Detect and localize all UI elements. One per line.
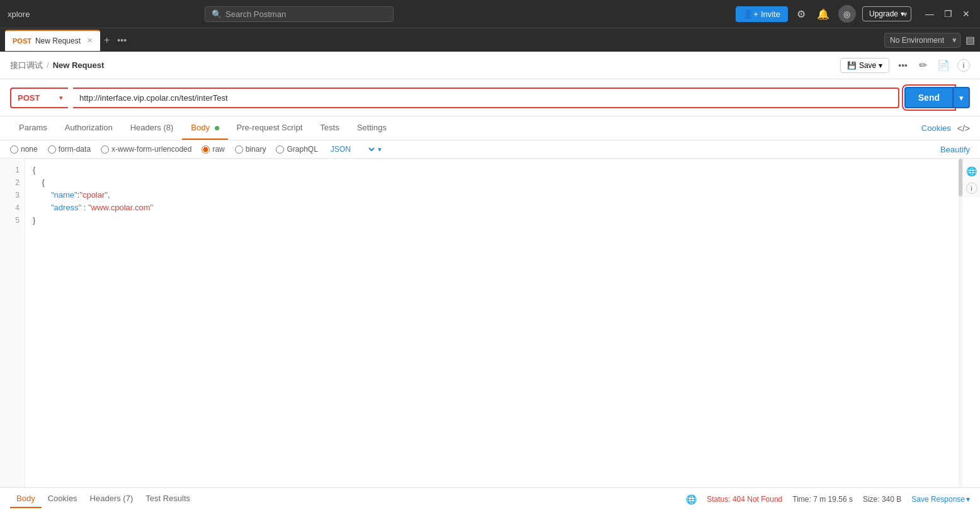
code-line-4: "adress" : "www.cpolar.com"	[33, 201, 972, 214]
body-options: none form-data x-www-form-urlencoded raw…	[0, 140, 980, 159]
tab-body[interactable]: Body	[182, 116, 227, 140]
beautify-button[interactable]: Beautify	[940, 145, 970, 154]
info-icon[interactable]: i	[957, 59, 970, 72]
status-bar-right: 🌐 Status: 404 Not Found Time: 7 m 19.56 …	[686, 494, 970, 504]
json-format-select[interactable]: JSON Text JavaScript HTML XML	[328, 144, 377, 154]
save-dropdown-icon: ▾	[879, 61, 882, 70]
new-tab-button[interactable]: +	[100, 32, 113, 48]
time-text: Time: 7 m 19.56 s	[792, 495, 853, 504]
status-globe-icon: 🌐	[686, 494, 697, 504]
maximize-button[interactable]: ❐	[942, 8, 955, 20]
json-chevron-icon: ▾	[378, 145, 382, 154]
request-tabs: Params Authorization Headers (8) Body Pr…	[0, 116, 980, 140]
tab-authorization[interactable]: Authorization	[56, 116, 122, 140]
code-icon[interactable]: </>	[957, 123, 970, 133]
save-button[interactable]: 💾 Save ▾	[840, 58, 889, 73]
title-bar: xplore 🔍 Search Postman 👤+ Invite ⚙ 🔔 ◎ …	[0, 0, 980, 28]
tab-settings[interactable]: Settings	[348, 116, 396, 140]
tabs-bar-right: No Environment ▤	[884, 33, 975, 48]
search-icon: 🔍	[212, 9, 222, 19]
notes-icon[interactable]: 📄	[935, 58, 952, 72]
editor-info-icon[interactable]: i	[966, 183, 977, 194]
breadcrumb-separator: /	[47, 60, 49, 70]
save-response-chevron-icon: ▾	[966, 495, 970, 504]
request-bar: POST GET PUT DELETE Send ▾	[0, 79, 980, 116]
breadcrumb: 接口调试 / New Request	[10, 60, 104, 71]
req-tabs-right: Cookies </>	[921, 123, 970, 133]
body-active-dot	[215, 126, 219, 130]
beautify-wrap: Beautify	[940, 145, 970, 154]
tab-params[interactable]: Params	[10, 116, 56, 140]
window-controls: — ❐ ✕	[923, 8, 972, 20]
radio-urlencoded[interactable]: x-www-form-urlencoded	[101, 145, 191, 154]
code-line-2: {	[33, 176, 972, 189]
cookies-button[interactable]: Cookies	[921, 123, 951, 133]
settings-icon[interactable]: ⚙	[794, 7, 808, 21]
radio-form-data[interactable]: form-data	[48, 145, 91, 154]
breadcrumb-current: New Request	[53, 60, 105, 70]
environment-select-wrap: No Environment	[884, 33, 960, 48]
request-tab[interactable]: POST New Request ✕	[5, 30, 100, 51]
breadcrumb-parent[interactable]: 接口调试	[10, 60, 43, 71]
search-bar[interactable]: 🔍 Search Postman	[205, 6, 394, 22]
avatar-icon[interactable]: ◎	[838, 5, 856, 23]
send-button[interactable]: Send	[904, 87, 954, 108]
send-button-wrap: Send ▾	[904, 87, 970, 108]
method-select-wrap: POST GET PUT DELETE	[10, 88, 68, 108]
save-icon: 💾	[847, 61, 857, 70]
breadcrumb-bar-right: 💾 Save ▾ ••• ✏ 📄 i	[840, 58, 970, 73]
code-line-5: }	[33, 214, 972, 227]
earth-icon[interactable]: 🌐	[962, 162, 980, 180]
notification-icon[interactable]: 🔔	[814, 7, 832, 21]
send-dropdown-button[interactable]: ▾	[954, 87, 970, 108]
url-input[interactable]	[73, 88, 899, 108]
status-text: Status: 404 Not Found	[707, 495, 782, 504]
code-content[interactable]: { { "name":"cpolar", "adress" : "www.cpo…	[25, 159, 980, 487]
breadcrumb-more-button[interactable]: •••	[894, 58, 911, 73]
search-placeholder: Search Postman	[225, 9, 286, 19]
close-button[interactable]: ✕	[960, 8, 972, 20]
tab-headers[interactable]: Headers (8)	[122, 116, 183, 140]
upgrade-button[interactable]: Upgrade ▾	[862, 6, 911, 21]
invite-button[interactable]: 👤+ Invite	[736, 6, 788, 22]
code-line-3: "name":"cpolar",	[33, 189, 972, 201]
upgrade-wrap: Upgrade ▾	[862, 6, 911, 21]
minimize-button[interactable]: —	[923, 8, 937, 20]
editor-side-toolbar: 🌐 i	[962, 159, 980, 198]
edit-icon[interactable]: ✏	[916, 58, 930, 72]
radio-none[interactable]: none	[10, 145, 38, 154]
invite-icon: 👤+	[743, 9, 758, 19]
main-content: POST GET PUT DELETE Send ▾ Params Author…	[0, 79, 980, 510]
code-line-1: {	[33, 164, 972, 176]
status-tab-headers[interactable]: Headers (7)	[84, 490, 140, 508]
save-response-button[interactable]: Save Response ▾	[911, 495, 970, 504]
radio-graphql[interactable]: GraphQL	[276, 145, 317, 154]
tab-name: New Request	[35, 37, 81, 45]
tab-close-icon[interactable]: ✕	[84, 37, 93, 45]
scrollbar-track	[959, 159, 962, 487]
json-format-wrap: JSON Text JavaScript HTML XML ▾	[328, 144, 382, 154]
tab-more-button[interactable]: •••	[113, 33, 130, 48]
status-tab-body[interactable]: Body	[10, 490, 42, 508]
title-bar-right: 👤+ Invite ⚙ 🔔 ◎ Upgrade ▾ — ❐ ✕	[736, 5, 972, 23]
line-numbers: 1 2 3 4 5	[0, 159, 25, 487]
method-select[interactable]: POST GET PUT DELETE	[10, 88, 68, 108]
tab-pre-request-script[interactable]: Pre-request Script	[228, 116, 312, 140]
size-text: Size: 340 B	[863, 495, 901, 504]
scrollbar-thumb	[959, 159, 962, 196]
sidebar-panel-icon[interactable]: ▤	[966, 34, 975, 46]
app-logo: xplore	[8, 9, 30, 19]
radio-raw[interactable]: raw	[202, 145, 224, 154]
code-editor[interactable]: 1 2 3 4 5 { { "name":"cpolar", "adress" …	[0, 159, 980, 487]
tab-tests[interactable]: Tests	[311, 116, 348, 140]
environment-select[interactable]: No Environment	[884, 33, 960, 48]
upgrade-chevron-icon: ▾	[901, 9, 904, 18]
status-tab-cookies[interactable]: Cookies	[42, 490, 84, 508]
tab-method: POST	[13, 37, 31, 45]
tabs-bar: POST New Request ✕ + ••• No Environment …	[0, 28, 980, 52]
status-tab-test-results[interactable]: Test Results	[139, 490, 197, 508]
breadcrumb-bar: 接口调试 / New Request 💾 Save ▾ ••• ✏ 📄 i	[0, 52, 980, 79]
status-bar: Body Cookies Headers (7) Test Results 🌐 …	[0, 487, 980, 510]
radio-binary[interactable]: binary	[235, 145, 266, 154]
